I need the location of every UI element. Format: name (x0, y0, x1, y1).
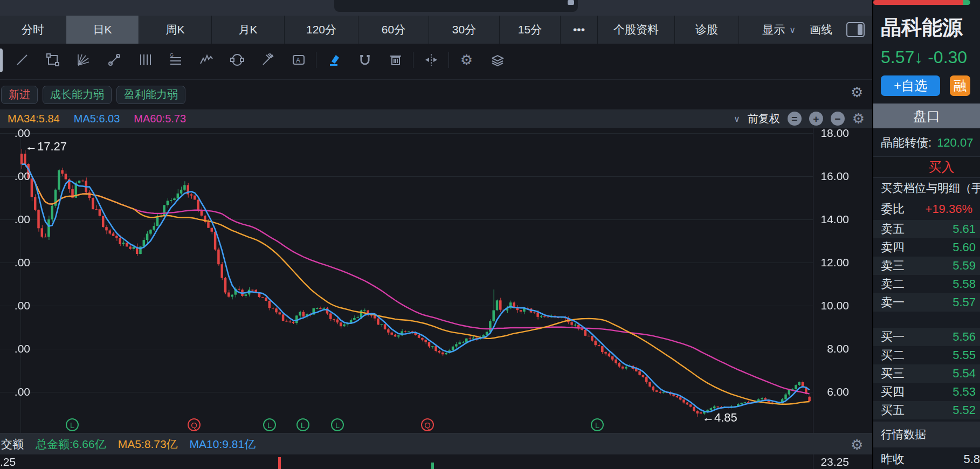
chart-settings-gear-icon[interactable]: ⚙ (852, 112, 865, 126)
tab-分时[interactable]: 分时 (0, 16, 66, 44)
tab-日K[interactable]: 日K (66, 16, 139, 44)
event-marker-Q[interactable]: Q (421, 418, 434, 431)
buy-button[interactable]: 买入 (873, 156, 980, 178)
stock-tag[interactable]: 新进 (1, 86, 38, 104)
tab-月K[interactable]: 月K (212, 16, 285, 44)
tab-120分[interactable]: 120分 (285, 16, 358, 44)
level-price: 5.55 (953, 348, 976, 362)
price-annotation: ←4.85 (702, 411, 737, 425)
tags-settings-gear-icon[interactable]: ⚙ (851, 85, 863, 99)
event-marker-L[interactable]: L (296, 418, 309, 431)
quote-row-买五: 买五5.52 (873, 401, 980, 419)
event-marker-Q[interactable]: Q (188, 418, 201, 431)
level-price: 5.56 (953, 330, 976, 344)
zoom-out-button[interactable]: − (831, 112, 845, 126)
text-label-icon[interactable]: A (283, 48, 314, 72)
event-marker-L[interactable]: L (331, 418, 344, 431)
event-marker-L[interactable]: L (263, 418, 276, 431)
amount-indicator-bar: 交额 总金额:6.66亿MA5:8.73亿MA10:9.81亿 (0, 433, 872, 455)
hatch-lines-icon[interactable] (252, 48, 283, 72)
volume-axis-label: 23.25 (811, 456, 849, 468)
depth-green-segment (963, 0, 970, 5)
trendline-icon[interactable] (6, 48, 37, 72)
convertible-bond-row[interactable]: 晶能转债: 120.07 (873, 133, 980, 153)
price-tick-left-partial: .00 (0, 299, 30, 312)
price-change: -0.30 (928, 47, 967, 67)
pitchfork-icon[interactable] (99, 48, 129, 72)
quote-row-买二: 买二5.55 (873, 346, 980, 364)
level-label: 买二 (881, 347, 905, 363)
candlestick-chart[interactable] (0, 128, 872, 433)
quote-row-卖五: 卖五5.61 (873, 220, 980, 238)
cursor-icon (568, 0, 574, 5)
collapsed-panel-handle[interactable] (0, 49, 3, 72)
quote-row-卖二: 卖二5.58 (873, 275, 980, 293)
tab-pankou[interactable]: 盘口 (873, 104, 980, 128)
depth-ratio-bar (873, 0, 970, 5)
display-menu[interactable]: 显示 ∨ (762, 22, 796, 37)
convertible-label: 晶能转债: (881, 135, 931, 151)
tab-•••[interactable]: ••• (561, 16, 598, 44)
event-marker-L[interactable]: L (591, 418, 604, 431)
svg-text:G: G (170, 53, 174, 58)
price-tick: 10.00 (811, 299, 849, 312)
golden-section-icon[interactable]: G (160, 48, 191, 72)
level-price: 5.53 (953, 385, 976, 399)
amount-settings-gear-icon[interactable]: ⚙ (851, 438, 863, 452)
volume-pane: 23.25 .25 (0, 454, 872, 469)
prev-close-value: 5.8 (963, 452, 980, 466)
gann-fan-icon[interactable] (68, 48, 99, 72)
tab-60分[interactable]: 60分 (358, 16, 429, 44)
expand-horizontal-icon[interactable] (416, 48, 446, 72)
stock-tag[interactable]: 成长能力弱 (43, 86, 112, 104)
layers-icon[interactable] (482, 48, 513, 72)
level-label: 卖三 (881, 258, 905, 274)
search-popup-remnant[interactable] (334, 0, 578, 12)
price-tick: 6.00 (811, 385, 849, 398)
stock-tag[interactable]: 盈利能力弱 (116, 86, 185, 104)
panel-toggle-icon[interactable] (846, 22, 865, 37)
period-tab-bar: 分时日K周K月K120分60分30分15分•••个股资料诊股 显示 ∨ 画线 (0, 16, 872, 44)
trash-icon[interactable] (380, 48, 411, 72)
equal-scale-button[interactable]: = (788, 112, 802, 126)
marker-pen-icon[interactable] (319, 48, 349, 72)
add-watchlist-button[interactable]: +自选 (881, 75, 940, 96)
level-label: 买五 (881, 402, 905, 418)
margin-badge[interactable]: 融 (950, 75, 970, 96)
price-tick-left-partial: .00 (0, 213, 30, 226)
amount-value: MA5:8.73亿 (118, 437, 178, 452)
drawline-button[interactable]: 画线 (810, 22, 832, 37)
quote-data-header[interactable]: 行情数据 (873, 422, 980, 447)
tab-诊股[interactable]: 诊股 (675, 16, 739, 44)
tab-个股资料[interactable]: 个股资料 (598, 16, 675, 44)
event-marker-L[interactable]: L (66, 418, 79, 431)
tab-15分[interactable]: 15分 (500, 16, 561, 44)
ellipse-icon[interactable] (222, 48, 252, 72)
price-tick-left-partial: .00 (0, 342, 30, 355)
adjust-mode-dropdown[interactable]: 前复权 (748, 112, 780, 126)
rectangle-icon[interactable] (37, 48, 68, 72)
magnet-icon[interactable] (349, 48, 380, 72)
down-arrow-icon: ↓ (914, 47, 923, 67)
quote-row-卖三: 卖三5.59 (873, 257, 980, 275)
tab-30分[interactable]: 30分 (429, 16, 500, 44)
depth-red-segment (873, 0, 963, 5)
settings-gear-icon[interactable]: ⚙ (451, 48, 482, 72)
wave-icon[interactable] (191, 48, 222, 72)
level-price: 5.58 (953, 277, 976, 291)
amount-value: 总金额:6.66亿 (36, 437, 106, 452)
price-annotation: ←17.27 (25, 140, 67, 154)
price-value: 5.57 (881, 47, 914, 67)
level-price: 5.61 (953, 222, 976, 236)
quote-row-买四: 买四5.53 (873, 383, 980, 401)
ma-value: MA5:6.03 (74, 113, 120, 125)
weibi-label: 委比 (881, 201, 905, 217)
price-tick: 14.00 (811, 213, 849, 226)
ma-value: MA34:5.84 (8, 113, 60, 125)
zoom-in-button[interactable]: + (809, 112, 823, 126)
vertical-lines-icon[interactable] (129, 48, 160, 72)
level-label: 卖一 (881, 294, 905, 311)
tab-周K[interactable]: 周K (139, 16, 212, 44)
price-tick-left-partial: .00 (0, 127, 30, 140)
quote-side-panel: 晶科能源 5.57↓ -0.30 +自选 融 通 盘口 晶能转债: 120.07… (873, 0, 980, 469)
